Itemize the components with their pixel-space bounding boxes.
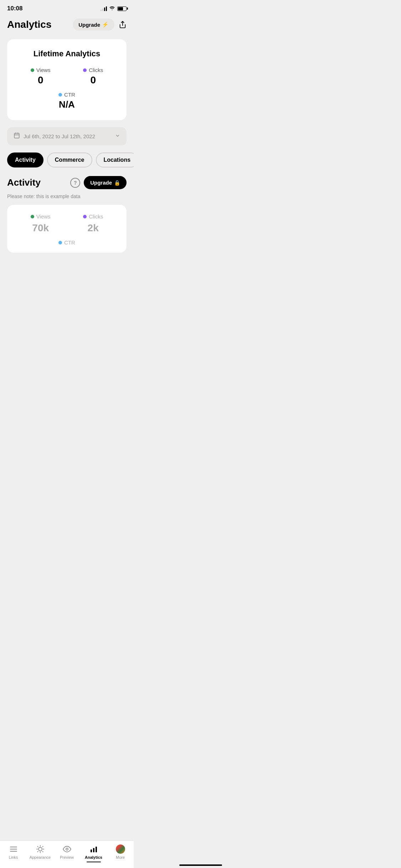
activity-views-value: 70k bbox=[32, 222, 49, 234]
help-button[interactable]: ? bbox=[70, 178, 80, 188]
lifetime-analytics-card: Lifetime Analytics Views 0 Clicks 0 CTR bbox=[7, 39, 127, 120]
activity-clicks-value: 2k bbox=[88, 222, 99, 234]
battery-icon bbox=[117, 6, 127, 11]
ctr-dot bbox=[58, 93, 62, 97]
calendar-icon bbox=[14, 132, 20, 140]
upgrade-header-button[interactable]: Upgrade ⚡ bbox=[73, 19, 114, 31]
svg-rect-1 bbox=[14, 133, 19, 138]
views-label: Views bbox=[31, 67, 51, 73]
filter-tabs: Activity Commerce Locations Referrers bbox=[0, 153, 134, 176]
activity-clicks-dot bbox=[83, 215, 87, 218]
activity-views-label: Views bbox=[31, 213, 51, 219]
lifetime-title: Lifetime Analytics bbox=[14, 49, 119, 58]
activity-metrics-row: Views 70k Clicks 2k bbox=[14, 213, 119, 234]
clicks-value: 0 bbox=[90, 74, 96, 86]
upgrade-dark-button[interactable]: Upgrade 🔒 bbox=[84, 176, 127, 189]
activity-views-metric: Views 70k bbox=[31, 213, 51, 234]
status-icons bbox=[101, 6, 127, 11]
page-header: Analytics Upgrade ⚡ bbox=[0, 15, 134, 36]
activity-ctr-label: CTR bbox=[14, 239, 119, 246]
status-time: 10:08 bbox=[7, 5, 22, 12]
tab-activity[interactable]: Activity bbox=[7, 153, 43, 167]
bolt-icon: ⚡ bbox=[102, 21, 109, 28]
tab-commerce[interactable]: Commerce bbox=[47, 153, 92, 167]
wifi-icon bbox=[109, 6, 115, 11]
views-dot bbox=[31, 68, 34, 72]
metrics-row: Views 0 Clicks 0 bbox=[14, 67, 119, 86]
signal-icon bbox=[101, 6, 107, 11]
ctr-value: N/A bbox=[14, 99, 119, 110]
share-button[interactable] bbox=[119, 21, 127, 29]
lock-icon: 🔒 bbox=[114, 180, 120, 186]
clicks-metric: Clicks 0 bbox=[83, 67, 103, 86]
views-value: 0 bbox=[38, 74, 43, 86]
activity-card: Views 70k Clicks 2k CTR bbox=[7, 205, 127, 253]
activity-views-dot bbox=[31, 215, 34, 218]
status-bar: 10:08 bbox=[0, 0, 134, 15]
activity-clicks-label: Clicks bbox=[83, 213, 103, 219]
ctr-section: CTR N/A bbox=[14, 92, 119, 110]
chevron-down-icon bbox=[115, 133, 120, 139]
example-note: Please note: this is example data bbox=[0, 192, 134, 205]
section-actions: ? Upgrade 🔒 bbox=[70, 176, 127, 189]
share-icon bbox=[119, 21, 127, 29]
tab-locations[interactable]: Locations bbox=[96, 153, 134, 167]
ctr-label: CTR bbox=[14, 92, 119, 98]
views-metric: Views 0 bbox=[31, 67, 51, 86]
page-title: Analytics bbox=[7, 19, 52, 30]
activity-section-title: Activity bbox=[7, 177, 41, 188]
activity-ctr-section: CTR bbox=[14, 239, 119, 246]
activity-ctr-dot bbox=[58, 241, 62, 244]
activity-clicks-metric: Clicks 2k bbox=[83, 213, 103, 234]
date-range-text: Jul 6th, 2022 to Jul 12th, 2022 bbox=[24, 133, 95, 139]
header-actions: Upgrade ⚡ bbox=[73, 19, 127, 31]
clicks-dot bbox=[83, 68, 87, 72]
clicks-label: Clicks bbox=[83, 67, 103, 73]
date-picker[interactable]: Jul 6th, 2022 to Jul 12th, 2022 bbox=[7, 127, 127, 145]
activity-section-header: Activity ? Upgrade 🔒 bbox=[0, 176, 134, 192]
